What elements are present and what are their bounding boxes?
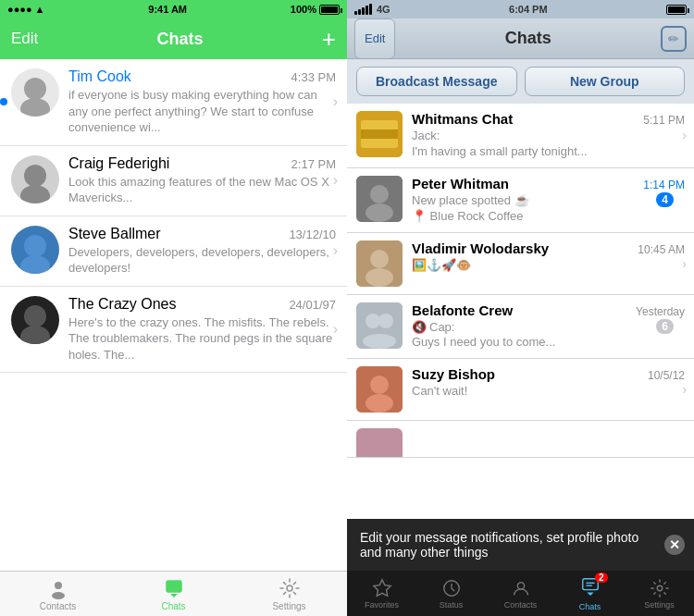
tooltip-text: Edit your message notifications, set pro… [360, 530, 657, 560]
battery-icon [666, 5, 687, 15]
chat-preview: 🔇Cap:Guys I need you to come... [412, 320, 685, 351]
compose-icon: ✏ [668, 31, 679, 46]
avatar [356, 302, 403, 349]
chat-header: Steve Ballmer 13/12/10 [68, 226, 336, 242]
avatar-image [356, 111, 403, 157]
tab-settings[interactable]: Settings [231, 577, 347, 611]
chat-time: 1:14 PM [643, 179, 685, 191]
list-item[interactable]: Belafonte Crew Yesterday 🔇Cap:Guys I nee… [347, 295, 694, 360]
list-item[interactable]: Steve Ballmer 13/12/10 Developers, devel… [0, 216, 347, 287]
svg-point-0 [24, 78, 46, 100]
tab-status[interactable]: Status [416, 571, 486, 616]
svg-point-26 [363, 334, 396, 349]
bar2 [358, 9, 361, 15]
svg-point-4 [24, 235, 46, 257]
battery-fill [668, 6, 685, 13]
compose-button[interactable]: ✏ [661, 26, 687, 52]
avatar [356, 428, 403, 458]
svg-point-7 [20, 326, 50, 344]
list-item[interactable]: Craig Federighi 2:17 PM Look this amazin… [0, 146, 347, 216]
list-item[interactable]: Tim Cook 4:33 PM if everyone is busy mak… [0, 59, 347, 146]
broadcast-message-button[interactable]: Broadcast Message [356, 67, 517, 96]
list-item[interactable]: Peter Whitman 1:14 PM New place spotted … [347, 168, 694, 233]
svg-point-24 [366, 314, 380, 328]
svg-point-21 [370, 250, 389, 268]
list-item[interactable]: Suzy Bishop 10/5/12 Can't wait! › [347, 359, 694, 421]
chat-content: Craig Federighi 2:17 PM Look this amazin… [68, 155, 336, 206]
chat-time: 10/5/12 [648, 369, 685, 382]
chat-content: Vladimir Wolodarsky 10:45 AM 🖼️⚓🚀🐵 [412, 240, 685, 274]
avatar-image [356, 302, 403, 349]
left-time: 9:41 AM [148, 4, 187, 15]
left-nav-bar: Edit Chats + [0, 18, 347, 59]
chevron-right-icon: › [682, 256, 687, 271]
battery-icon [319, 5, 340, 15]
tab-chats-badge-container: 2 [580, 576, 601, 600]
tooltip-close-button[interactable]: ✕ [664, 535, 685, 555]
chevron-right-icon: › [333, 172, 338, 189]
chat-header: Suzy Bishop 10/5/12 [412, 366, 685, 382]
chat-preview: Can't wait! [412, 384, 685, 400]
tab-contacts-label: Contacts [504, 600, 538, 610]
signal-dots: ●●●● [7, 4, 32, 15]
avatar [356, 240, 403, 287]
left-status-bar: ●●●● ▲ 9:41 AM 100% [0, 0, 347, 18]
svg-point-2 [24, 165, 46, 187]
chevron-right-icon: › [682, 128, 687, 142]
tab-favorites[interactable]: Favorites [347, 571, 416, 616]
new-group-button[interactable]: New Group [525, 67, 686, 96]
svg-point-6 [24, 305, 46, 327]
list-item[interactable]: Whitmans Chat 5:11 PM Jack:I'm having a … [347, 104, 694, 168]
tab-settings-label: Settings [644, 600, 675, 610]
svg-point-29 [366, 394, 393, 413]
right-nav-bar: Edit Chats ✏ [347, 18, 694, 59]
tab-chats[interactable]: Chats [116, 577, 231, 611]
chat-preview: if everyone is busy making everything ho… [68, 87, 336, 136]
avatar [356, 111, 403, 157]
network-type: 4G [377, 4, 390, 15]
bar4 [366, 6, 368, 15]
tab-chats[interactable]: 2 Chats [555, 571, 625, 616]
avatar-image [356, 366, 403, 413]
list-item[interactable]: The Crazy Ones 24/01/97 Here's to the cr… [0, 287, 347, 374]
svg-point-18 [370, 185, 389, 203]
left-edit-button[interactable]: Edit [11, 30, 38, 48]
contacts-icon [47, 577, 69, 599]
tab-favorites-label: Favorites [365, 600, 399, 610]
svg-point-8 [55, 582, 62, 589]
svg-point-13 [287, 585, 292, 591]
chat-content: Tim Cook 4:33 PM if everyone is busy mak… [68, 68, 336, 136]
chevron-right-icon: › [682, 382, 687, 397]
tab-contacts[interactable]: Contacts [0, 577, 116, 611]
unread-badge: 6 [656, 319, 674, 334]
list-item[interactable] [347, 421, 694, 458]
tab-settings-label: Settings [272, 601, 305, 611]
list-item[interactable]: Vladimir Wolodarsky 10:45 AM 🖼️⚓🚀🐵 › [347, 233, 694, 295]
avatar [356, 366, 403, 413]
chat-name: The Crazy Ones [68, 296, 176, 313]
chat-header: Vladimir Wolodarsky 10:45 AM [412, 240, 685, 256]
signal-bars-icon [354, 4, 372, 15]
mute-icon: 🔇 [412, 320, 427, 334]
chat-preview: Jack:I'm having a small party tonight... [412, 129, 685, 160]
left-add-button[interactable]: + [322, 27, 336, 51]
tab-settings[interactable]: Settings [625, 571, 694, 616]
right-signal: 4G [354, 4, 390, 15]
chat-time: 4:33 PM [291, 70, 336, 84]
avatar [11, 155, 59, 203]
right-panel: 4G 6:04 PM Edit Chats ✏ Broadcast Messag… [347, 0, 694, 616]
tab-contacts[interactable]: Contacts [486, 571, 555, 616]
chat-preview: Here's to the crazy ones. The misfits. T… [68, 314, 336, 363]
right-edit-button[interactable]: Edit [354, 18, 395, 59]
chat-header: Craig Federighi 2:17 PM [68, 155, 336, 172]
svg-marker-30 [373, 579, 390, 595]
chat-content: The Crazy Ones 24/01/97 Here's to the cr… [68, 296, 336, 363]
right-chat-list: Whitmans Chat 5:11 PM Jack:I'm having a … [347, 104, 694, 571]
chat-name: Suzy Bishop [412, 366, 495, 382]
svg-point-36 [657, 585, 663, 591]
chevron-right-icon: › [333, 93, 338, 110]
battery-pct: 100% [291, 4, 316, 15]
svg-point-1 [20, 98, 50, 117]
tab-chats-label: Chats [161, 601, 185, 611]
avatar [356, 176, 403, 222]
